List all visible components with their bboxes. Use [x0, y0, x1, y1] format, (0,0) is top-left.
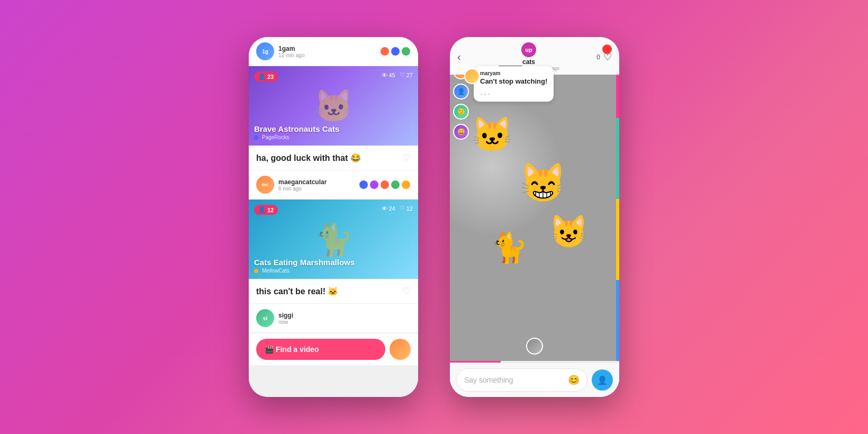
- bottom-user-avatar: [390, 339, 411, 360]
- card-stats-2: 👁 24 ♡ 12: [382, 205, 413, 212]
- user-info-3: siggi now: [278, 312, 411, 325]
- view-count-1: 👁 45: [382, 72, 395, 78]
- badge-count-2: 12: [267, 207, 274, 213]
- badge-viewers-1: 👤 23: [254, 71, 278, 82]
- card-subtitle-2: MellowCats: [254, 268, 413, 274]
- like-count-watch: 0: [596, 53, 600, 61]
- view-count-2: 👁 24: [382, 205, 395, 212]
- badge-viewers-2: 👤 12: [254, 205, 278, 215]
- add-people-button[interactable]: 👤: [592, 369, 613, 391]
- cat-4: 😺: [549, 213, 589, 250]
- feed-bottom-bar: 🎬 Find a video: [249, 333, 418, 365]
- video-card-2[interactable]: 🐈 👤 12 👁 24 ♡ 12 Cats Eating Marshmallow…: [249, 200, 418, 279]
- back-button[interactable]: ‹: [457, 51, 461, 63]
- comment-row-1: ha, good luck with that 😂 ♡: [249, 146, 418, 170]
- page-rocks-dot: [254, 135, 258, 140]
- card-title-2: Cats Eating Marshmallows: [254, 258, 413, 267]
- comment-bubble: maryam Can't stop watching! ...: [474, 66, 554, 102]
- avatar-initials-3: si: [263, 315, 267, 321]
- mini-avatar-8: [401, 180, 411, 189]
- avatar-user2: mc: [256, 176, 274, 194]
- user-info-1: 1gam 12 min ago: [278, 45, 376, 58]
- mini-avatar-2: [391, 47, 400, 56]
- side-avatar-3[interactable]: 🙂: [453, 104, 469, 120]
- say-something-placeholder: Say something: [464, 376, 513, 384]
- username-2: maegancatcular: [278, 178, 355, 186]
- watch-container: ‹ up cats staffpick shared 21s ago 0 ♡: [450, 37, 619, 397]
- side-avatar-4[interactable]: 😄: [453, 124, 469, 140]
- cat-2: 😸: [519, 160, 567, 205]
- user-info-2: maegancatcular 6 min ago: [278, 178, 355, 192]
- watch-bottom: Say something 😊 👤: [450, 363, 619, 397]
- card-title-1: Brave Astronauts Cats: [254, 124, 413, 133]
- like-count-2: ♡ 12: [400, 205, 413, 212]
- bottom-viewer-avatar: [526, 338, 543, 355]
- user-row-2: mc maegancatcular 6 min ago: [249, 170, 418, 200]
- bar-blue: [616, 280, 619, 361]
- avatar-initials-2: mc: [261, 182, 268, 187]
- right-phone: ‹ up cats staffpick shared 21s ago 0 ♡: [450, 37, 619, 397]
- mini-avatar-5: [369, 180, 379, 189]
- side-avatar-2[interactable]: 👤: [453, 84, 469, 100]
- color-bars: [616, 37, 619, 361]
- card-title-area-1: Brave Astronauts Cats PageRocks: [254, 124, 413, 140]
- user-time-3: now: [278, 319, 411, 325]
- channel-title: cats: [498, 58, 559, 66]
- viewer-avatars-1: [380, 47, 411, 56]
- people-icon-2: 👤: [258, 206, 266, 213]
- username-1: 1gam: [278, 45, 376, 52]
- live-indicator: [602, 44, 612, 54]
- eye-icon-1: 👁: [382, 72, 387, 78]
- bar-teal: [616, 118, 619, 199]
- mellow-dot: [254, 269, 258, 273]
- app-logo: up: [521, 42, 536, 57]
- mini-avatar-6: [380, 180, 390, 189]
- mini-avatar-7: [391, 180, 400, 189]
- comment-text-2: this can't be real! 🐱: [256, 286, 338, 296]
- card-title-area-2: Cats Eating Marshmallows MellowCats: [254, 258, 413, 274]
- add-people-icon: 👤: [597, 375, 608, 385]
- avatar-user1: 1g: [256, 42, 274, 60]
- badge-count-1: 23: [267, 74, 274, 80]
- mini-avatar-1: [380, 47, 390, 56]
- user-time-2: 6 min ago: [278, 186, 355, 192]
- comment-text-1: ha, good luck with that 😂: [256, 153, 361, 163]
- cat-1: 🐱: [471, 114, 513, 154]
- user-time-1: 12 min ago: [278, 52, 376, 58]
- bar-yellow: [616, 199, 619, 280]
- card-stats-1: 👁 45 ♡ 27: [382, 71, 413, 78]
- username-3: siggi: [278, 312, 411, 319]
- emoji-button[interactable]: 😊: [568, 374, 580, 386]
- video-progress-bar[interactable]: [450, 361, 619, 363]
- heart-icon-2[interactable]: ♡: [402, 285, 411, 297]
- video-area[interactable]: 🐱 😸 🐈 😺 😊 👤 🙂 😄: [450, 37, 619, 361]
- heart-icon-1[interactable]: ♡: [402, 152, 411, 164]
- comment-row-2: this can't be real! 🐱 ♡: [249, 279, 418, 304]
- avatar-user3: si: [256, 309, 274, 327]
- eye-icon-2: 👁: [382, 205, 387, 212]
- commenter-dots: ...: [480, 86, 547, 97]
- avatar-initials-1: 1g: [262, 49, 268, 55]
- feed-container: 1g 1gam 12 min ago 🐱 👤 23 👁 45: [249, 37, 418, 397]
- commenter-message: Can't stop watching!: [480, 77, 547, 85]
- mini-avatar-4: [359, 180, 368, 189]
- say-something-input[interactable]: Say something 😊: [456, 368, 587, 392]
- card-subtitle-1: PageRocks: [254, 134, 413, 140]
- cat-3: 🐈: [491, 230, 528, 265]
- progress-fill: [450, 361, 501, 363]
- user-row-3: si siggi now: [249, 304, 418, 333]
- left-phone: 1g 1gam 12 min ago 🐱 👤 23 👁 45: [249, 37, 418, 397]
- viewer-avatars-2: [359, 180, 411, 189]
- heart-icon-card-1: ♡: [400, 71, 405, 78]
- user-row-1: 1g 1gam 12 min ago: [249, 37, 418, 66]
- people-icon-1: 👤: [258, 73, 266, 80]
- heart-icon-card-2: ♡: [400, 205, 405, 212]
- like-count-1: ♡ 27: [400, 71, 413, 78]
- commenter-name: maryam: [480, 70, 547, 76]
- commenter-avatar: [464, 68, 480, 84]
- video-card-1[interactable]: 🐱 👤 23 👁 45 ♡ 27 Brave Astronauts Cats: [249, 66, 418, 146]
- mini-avatar-3: [401, 47, 411, 56]
- find-video-button[interactable]: 🎬 Find a video: [256, 339, 385, 360]
